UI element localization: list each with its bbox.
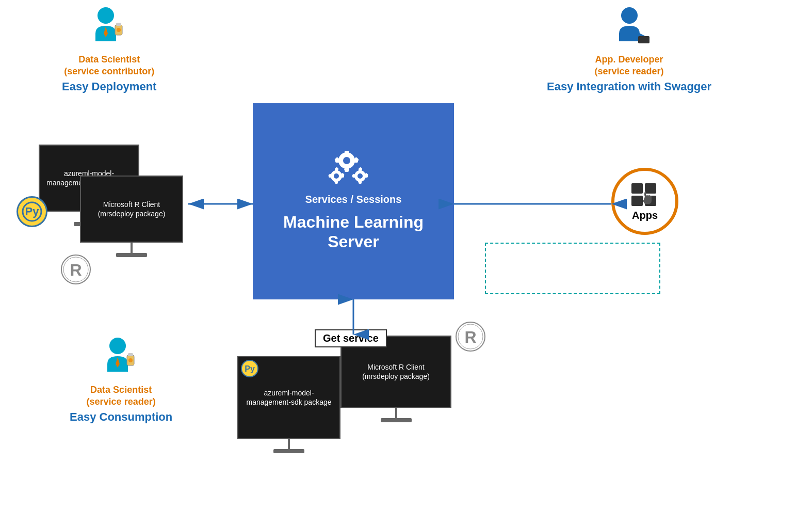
svg-text:Py: Py: [245, 364, 255, 373]
bottom-monitor-1: Py azureml-model-management-sdk package: [237, 356, 340, 453]
mls-services-label: Services / Sessions: [305, 193, 402, 206]
mls-box: Services / Sessions Machine LearningServ…: [253, 103, 454, 299]
data-scientist-contributor: Data Scientist(service contributor) Easy…: [62, 5, 156, 93]
r-logo-bottom: R: [454, 320, 487, 353]
svg-rect-50: [631, 183, 643, 194]
person-icon-developer: [606, 5, 653, 52]
bottom-monitor-2: Microsoft R Client(mrsdeploy package): [340, 336, 451, 422]
dashed-box: [485, 243, 660, 294]
r-icon-bottom: R: [455, 321, 486, 352]
data-scientist-reader: Data Scientist(service reader) Easy Cons…: [70, 336, 172, 424]
app-developer: App. Developer(service reader) Easy Inte…: [547, 5, 711, 93]
svg-text:R: R: [464, 328, 476, 346]
svg-rect-32: [116, 23, 121, 26]
svg-point-11: [334, 173, 339, 179]
developer-section-label: Easy Integration with Swagger: [547, 80, 711, 93]
python-icon-top: Py: [22, 201, 42, 222]
python-logo-top: Py: [17, 196, 47, 227]
svg-rect-38: [128, 353, 133, 356]
contributor-name-label: Data Scientist(service contributor): [64, 54, 154, 78]
contributor-section-label: Easy Deployment: [62, 80, 156, 93]
svg-point-34: [621, 7, 638, 24]
python-icon-bottom: Py: [240, 359, 259, 378]
svg-rect-51: [645, 183, 656, 194]
apps-circle: Apps: [611, 168, 678, 235]
svg-point-21: [358, 173, 363, 179]
person-icon-contributor: [86, 5, 133, 52]
svg-text:R: R: [70, 261, 82, 279]
r-icon-top: R: [60, 254, 91, 285]
diagram: Services / Sessions Machine LearningServ…: [0, 0, 812, 525]
developer-name-label: App. Developer(service reader): [594, 54, 663, 78]
svg-point-33: [117, 28, 121, 32]
svg-point-36: [109, 338, 126, 354]
bottom-monitor-1-label: azureml-model-management-sdk package: [242, 388, 335, 407]
svg-rect-35: [638, 36, 649, 43]
apps-icon: [629, 181, 660, 210]
svg-point-30: [98, 7, 114, 24]
svg-rect-52: [631, 196, 643, 206]
apps-label: Apps: [632, 210, 658, 221]
reader-name-label: Data Scientist(service reader): [87, 384, 156, 408]
r-logo-top: R: [59, 253, 92, 286]
svg-point-1: [343, 157, 350, 164]
reader-section-label: Easy Consumption: [70, 410, 172, 424]
svg-text:Py: Py: [25, 205, 40, 218]
top-monitor-2: Microsoft R Client(mrsdeploy package): [80, 176, 183, 257]
get-service-label: Get service: [315, 329, 387, 347]
bottom-monitor-2-label: Microsoft R Client(mrsdeploy package): [362, 362, 430, 381]
gears-icon: [325, 151, 382, 193]
mls-title: Machine LearningServer: [283, 212, 424, 252]
svg-point-39: [128, 358, 133, 362]
person-icon-reader: [98, 336, 144, 382]
top-monitor-2-label: Microsoft R Client(mrsdeploy package): [98, 200, 166, 218]
